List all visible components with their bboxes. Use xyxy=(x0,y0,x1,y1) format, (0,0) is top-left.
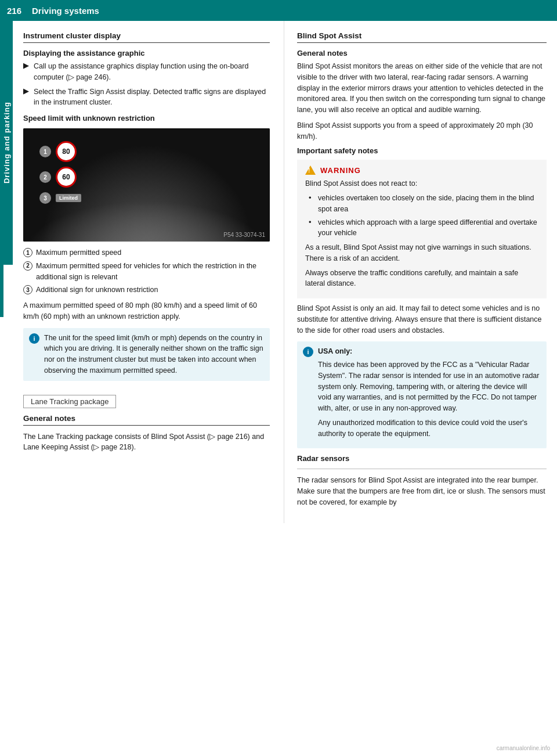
speed-item-1: 1 80 xyxy=(39,141,81,162)
warning-always: Always observe the traffic conditions ca… xyxy=(305,268,538,290)
bullet-text-1: Call up the assistance graphics display … xyxy=(34,61,270,83)
warning-bullet-2: • vehicles which approach with a large s… xyxy=(309,217,538,239)
info-icon-speed: i xyxy=(29,333,39,344)
general-notes-heading-right: General notes xyxy=(297,49,547,57)
info-usa-content: USA only: This device has been approved … xyxy=(318,346,541,444)
speed-sign-80: 80 xyxy=(56,141,77,162)
warning-label: WARNING xyxy=(320,166,361,175)
numbered-items: 1 Maximum permitted speed 2 Maximum perm… xyxy=(23,247,270,296)
warning-bullet-text-2: vehicles which approach with a large spe… xyxy=(318,217,538,239)
side-tab-label: Driving and parking xyxy=(2,102,11,183)
lane-tracking-badge-wrapper: Lane Tracking package xyxy=(23,387,270,414)
radar-sensors-heading: Radar sensors xyxy=(297,454,547,463)
info-icon-usa: i xyxy=(303,347,313,357)
cluster-display: 1 80 2 60 3 Limited xyxy=(23,128,270,242)
right-column: Blind Spot Assist General notes Blind Sp… xyxy=(284,21,557,523)
warning-box: WARNING Blind Spot Assist does not react… xyxy=(297,160,547,298)
info-usa-label: USA only: xyxy=(318,347,352,355)
main-content: Instrument cluster display Displaying th… xyxy=(13,21,557,523)
page-number: 216 xyxy=(7,6,21,16)
bullet-item-2: ▶ Select the Traffic Sign Assist display… xyxy=(23,87,270,109)
warning-bullets: • vehicles overtaken too closely on the … xyxy=(309,193,538,239)
num-text-1: Maximum permitted speed xyxy=(36,247,121,258)
blind-spot-heading: Blind Spot Assist xyxy=(297,31,547,43)
warning-header: WARNING xyxy=(305,165,538,175)
info-box-usa: i USA only: This device has been approve… xyxy=(297,341,547,448)
header-bar: 216 Driving systems xyxy=(0,0,557,21)
num-item-3: 3 Additional sign for unknown restrictio… xyxy=(23,285,270,296)
arrow-icon-2: ▶ xyxy=(23,87,30,95)
speed-limit-heading: Speed limit with unknown restriction xyxy=(23,114,270,123)
image-caption: P54 33-3074-31 xyxy=(223,232,265,238)
speed-circle-2: 2 xyxy=(39,171,51,183)
speed-row: 1 80 2 60 3 Limited xyxy=(39,141,81,204)
info-text-speed: The unit for the speed limit (km/h or mp… xyxy=(44,333,264,376)
radar-divider xyxy=(297,469,547,469)
side-marker xyxy=(0,265,3,317)
bullet-text-2: Select the Traffic Sign Assist display. … xyxy=(34,87,270,109)
bullet-item-1: ▶ Call up the assistance graphics displa… xyxy=(23,61,270,83)
page-title: Driving systems xyxy=(32,6,99,16)
bullet-dot-2: • xyxy=(309,217,316,228)
general-notes-heading-left: General notes xyxy=(23,414,270,426)
warning-result: As a result, Blind Spot Assist may not g… xyxy=(305,242,538,264)
radar-sensors-text: The radar sensors for Blind Spot Assist … xyxy=(297,475,547,507)
speed-sign-60: 60 xyxy=(56,167,77,188)
instrument-cluster-heading: Instrument cluster display xyxy=(23,31,270,43)
general-notes-text-right: Blind Spot Assist monitors the areas on … xyxy=(297,61,547,116)
num-item-2: 2 Maximum permitted speed for vehicles f… xyxy=(23,261,270,283)
general-notes-text-left: The Lane Tracking package consists of Bl… xyxy=(23,431,270,453)
info-box-speed: i The unit for the speed limit (km/h or … xyxy=(23,328,270,381)
bullet-dot-1: • xyxy=(309,193,316,203)
lane-tracking-badge: Lane Tracking package xyxy=(23,395,116,408)
num-circle-1: 1 xyxy=(23,248,32,257)
num-item-1: 1 Maximum permitted speed xyxy=(23,247,270,258)
num-circle-2: 2 xyxy=(23,261,32,271)
num-text-2: Maximum permitted speed for vehicles for… xyxy=(36,261,270,283)
speed-circle-1: 1 xyxy=(39,146,51,157)
warning-bullet-text-1: vehicles overtaken too closely on the si… xyxy=(318,193,538,215)
num-circle-3: 3 xyxy=(23,285,32,294)
max-speed-paragraph: A maximum permitted speed of 80 mph (80 … xyxy=(23,300,270,322)
speed-item-2: 2 60 xyxy=(39,167,81,188)
general-notes-text-right2: Blind Spot Assist supports you from a sp… xyxy=(297,120,547,142)
speed-limit-image: 1 80 2 60 3 Limited P54 xyxy=(23,128,270,242)
warning-intro: Blind Spot Assist does not react to: xyxy=(305,178,538,189)
left-column: Instrument cluster display Displaying th… xyxy=(13,21,284,523)
important-safety-heading: Important safety notes xyxy=(297,146,547,155)
info-usa-text: This device has been approved by the FCC… xyxy=(318,359,541,414)
warning-bullet-1: • vehicles overtaken too closely on the … xyxy=(309,193,538,215)
watermark: carmanualonline.info xyxy=(497,745,550,751)
warning-triangle-icon xyxy=(305,165,316,175)
info-usa-text2: Any unauthorized modification to this de… xyxy=(318,417,541,440)
side-tab: Driving and parking xyxy=(0,21,13,265)
arrow-icon-1: ▶ xyxy=(23,62,30,70)
displaying-assistance-heading: Displaying the assistance graphic xyxy=(23,49,270,57)
aid-para: Blind Spot Assist is only an aid. It may… xyxy=(297,303,547,336)
num-text-3: Additional sign for unknown restriction xyxy=(36,285,158,296)
